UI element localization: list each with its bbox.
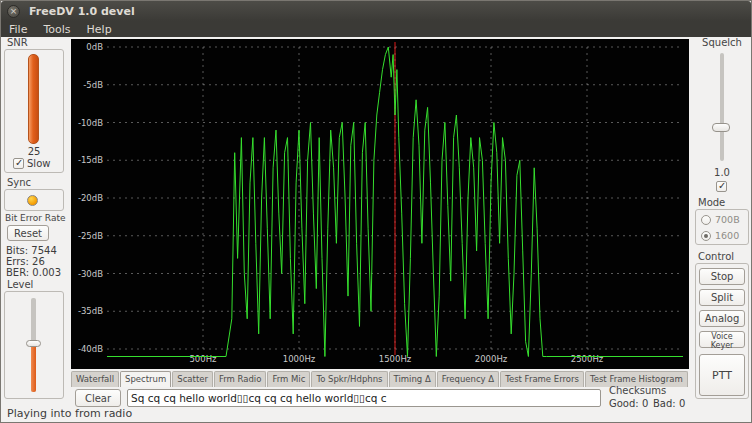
x-axis-label: 1000Hz [283,354,316,364]
window-title: FreeDV 1.0 devel [29,5,135,18]
x-axis-label: 2000Hz [475,354,508,364]
x-axis-label: 500Hz [189,354,217,364]
y-axis-label: -10dB [78,118,103,128]
menu-tools[interactable]: Tools [43,22,70,37]
mode-radio-700b-label: 700B [715,214,740,225]
squelch-label: Squelch [693,37,751,48]
y-axis-label: -25dB [78,231,103,241]
slow-label: Slow [27,158,50,169]
sync-group [4,189,64,211]
y-axis-label: -5dB [83,80,103,90]
tab-bar: WaterfallSpectrumScatterFrm RadioFrm Mic… [71,371,691,387]
mode-radio-700b[interactable] [701,215,711,225]
y-axis-label: -15dB [78,155,103,165]
x-axis-label: 1500Hz [379,354,412,364]
mode-radio-1600-label: 1600 [715,230,739,241]
control-group: Stop Split Analog Voice Keyer PTT [695,263,749,399]
y-axis-label: -40dB [78,344,103,354]
statusbar-text: Playing into from radio [7,407,132,420]
level-slider-fill [31,344,36,392]
y-axis-label: -35dB [78,306,103,316]
voice-keyer-button[interactable]: Voice Keyer [699,331,745,348]
ber-value: BER: 0.003 [6,267,61,278]
tab-waterfall[interactable]: Waterfall [71,371,119,387]
titlebar: × FreeDV 1.0 devel [1,1,751,21]
menu-file[interactable]: File [9,22,27,37]
bits-count: Bits: 7544 [6,245,57,256]
squelch-enable-checkbox[interactable] [716,181,727,192]
menu-help[interactable]: Help [87,22,112,37]
mode-group: 700B 1600 [695,209,749,245]
level-group [4,291,64,399]
tab-scatter[interactable]: Scatter [172,371,213,387]
x-axis-label: 2500Hz [571,354,604,364]
level-slider[interactable] [31,298,36,392]
tab-to-spkr-hdphns[interactable]: To Spkr/Hdphns [311,371,387,387]
ber-label: Bit Error Rate [5,213,66,223]
mode-radio-1600[interactable] [701,231,711,241]
squelch-value: 1.0 [693,167,751,178]
snr-value: 25 [5,146,63,157]
tab-test-frame-errors[interactable]: Test Frame Errors [500,371,584,387]
checksums-label: Checksums [609,385,666,396]
y-axis-label: -20dB [78,193,103,203]
y-axis-label: -30dB [78,269,103,279]
tab-timing-[interactable]: Timing Δ [389,371,436,387]
level-label: Level [7,279,33,290]
snr-gauge [28,54,39,144]
sync-led-indicator [27,195,38,206]
spectrum-svg: 0dB-5dB-10dB-15dB-20dB-25dB-30dB-35dB-40… [71,39,689,369]
spectrum-plot: 0dB-5dB-10dB-15dB-20dB-25dB-30dB-35dB-40… [71,39,689,369]
split-button[interactable]: Split [699,289,745,306]
snr-label: SNR [7,37,28,48]
freedv-window: × FreeDV 1.0 devel File Tools Help SNR 2… [0,0,752,423]
tab-frequency-[interactable]: Frequency Δ [437,371,499,387]
y-axis-label: 0dB [86,42,103,52]
tab-frm-radio[interactable]: Frm Radio [214,371,266,387]
stop-button[interactable]: Stop [699,268,745,285]
snr-group: 25 Slow [4,49,64,173]
squelch-slider-handle[interactable] [712,123,730,132]
menubar: File Tools Help [1,21,751,37]
sync-label: Sync [7,177,31,188]
analog-button[interactable]: Analog [699,310,745,327]
control-label: Control [698,251,734,262]
slow-checkbox[interactable] [13,158,24,169]
mode-label: Mode [698,197,725,208]
tab-spectrum[interactable]: Spectrum [120,371,171,387]
close-button[interactable]: × [7,5,20,18]
tab-frm-mic[interactable]: Frm Mic [267,371,310,387]
ptt-button[interactable]: PTT [699,354,745,396]
errs-count: Errs: 26 [6,256,45,267]
level-slider-handle[interactable] [26,340,41,347]
reset-button[interactable]: Reset [7,225,49,241]
squelch-slider[interactable] [720,53,724,161]
statusbar: Playing into from radio [1,404,751,422]
